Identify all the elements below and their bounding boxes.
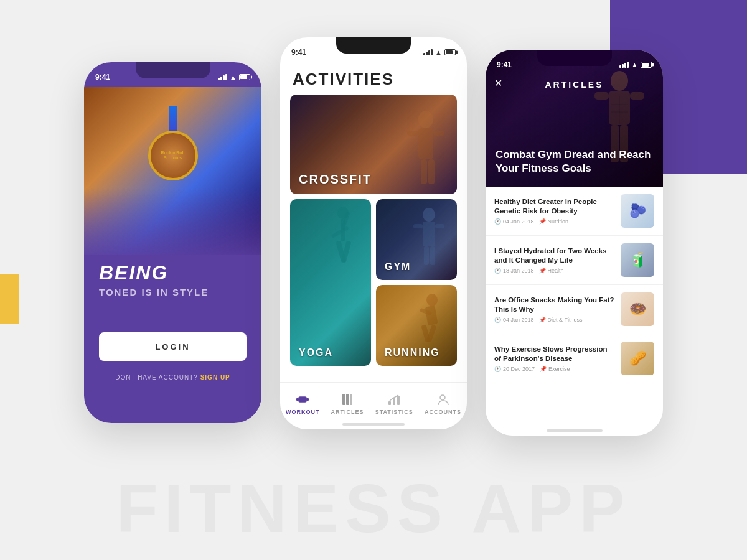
article-cat-1: 📌 Nutrition — [539, 218, 569, 225]
yoga-label: YOGA — [299, 347, 333, 358]
activity-gym[interactable]: GYM — [376, 199, 457, 280]
svg-rect-28 — [346, 394, 349, 405]
status-bar-3: 9:41 ▲ — [486, 50, 663, 75]
article-content-4: Why Exercise Slows Progression of Parkin… — [494, 345, 614, 373]
gym-label: GYM — [385, 261, 411, 273]
article-item-1[interactable]: Healthy Diet Greater in People Genetic R… — [486, 187, 663, 236]
article-thumb-4: 🥜 — [621, 342, 654, 375]
battery-icon-1 — [239, 74, 250, 80]
article-meta-2: 🕐 18 Jan 2018 📌 Health — [494, 268, 614, 274]
statistics-icon — [387, 392, 402, 407]
clock-icon-1: 🕐 — [494, 218, 501, 225]
signup-text: DONT HAVE ACCOUNT? SIGN UP — [84, 374, 261, 381]
notch-1 — [136, 62, 210, 78]
activity-crossfit[interactable]: CROSSFIT — [290, 95, 457, 194]
svg-rect-32 — [397, 396, 400, 405]
workout-label: WORKOUT — [286, 409, 320, 415]
medal-circle: Rock'n'RollSt. Louis — [148, 131, 198, 180]
home-indicator-2 — [342, 423, 405, 426]
status-icons-2: ▲ — [423, 49, 456, 56]
nav-articles[interactable]: ARTICLES — [331, 392, 364, 415]
article-date-2: 🕐 18 Jan 2018 — [494, 268, 534, 274]
battery-icon-3 — [641, 62, 652, 68]
article-cat-2: 📌 Health — [539, 268, 564, 274]
svg-rect-31 — [393, 398, 395, 405]
signal-icon-2 — [423, 49, 433, 55]
battery-icon-2 — [444, 49, 456, 55]
login-button[interactable]: LOGIN — [99, 332, 247, 361]
accounts-label: ACCOUNTS — [425, 409, 461, 415]
svg-rect-27 — [342, 394, 345, 405]
hero-article-title[interactable]: Combat Gym Dread and Reach Your Fitness … — [496, 148, 653, 175]
article-date-1: 🕐 04 Jan 2018 — [494, 218, 534, 225]
clock-icon-2: 🕐 — [494, 268, 501, 274]
article-meta-4: 🕐 20 Dec 2017 📌 Exercise — [494, 366, 614, 372]
article-item-2[interactable]: I Stayed Hydrated for Two Weeks and It C… — [486, 236, 663, 285]
clock-icon-3: 🕐 — [494, 317, 501, 323]
wifi-icon-2: ▲ — [435, 49, 442, 56]
accounts-icon — [435, 392, 450, 407]
phone-activities: 9:41 ▲ ACTIVITIES — [280, 37, 467, 429]
tag-icon-3: 📌 — [539, 317, 546, 323]
status-icons-3: ▲ — [619, 61, 652, 68]
article-item-3[interactable]: Are Office Snacks Making You Fat? This I… — [486, 285, 663, 334]
article-thumb-1: 🫐 — [621, 194, 654, 228]
tag-icon-4: 📌 — [540, 366, 547, 372]
tagline-line1: BEING — [99, 261, 247, 284]
signal-icon-3 — [619, 62, 629, 68]
time-1: 9:41 — [95, 73, 110, 82]
wifi-icon-1: ▲ — [230, 73, 237, 81]
tagline-line2: TONED IS IN STYLE — [99, 287, 247, 297]
articles-label: ARTICLES — [331, 409, 364, 415]
activities-title: ACTIVITIES — [293, 70, 394, 89]
tagline: BEING TONED IS IN STYLE — [84, 261, 261, 297]
article-cat-3: 📌 Diet & Fitness — [539, 317, 583, 323]
home-indicator-3 — [547, 429, 603, 432]
notch-2 — [336, 37, 411, 54]
clock-icon-4: 🕐 — [494, 366, 501, 372]
nav-accounts[interactable]: ACCOUNTS — [425, 392, 461, 415]
activities-grid: CROSSFIT GYM — [290, 95, 457, 380]
article-content-1: Healthy Diet Greater in People Genetic R… — [494, 197, 614, 225]
article-content-2: I Stayed Hydrated for Two Weeks and It C… — [494, 246, 614, 274]
articles-list: Healthy Diet Greater in People Genetic R… — [486, 187, 663, 436]
article-title-1: Healthy Diet Greater in People Genetic R… — [494, 197, 614, 216]
status-icons-1: ▲ — [218, 73, 250, 81]
back-button[interactable]: ✕ — [494, 77, 502, 89]
article-cat-4: 📌 Exercise — [540, 366, 570, 372]
article-thumb-2: 🧃 — [621, 243, 654, 277]
bottom-nav: WORKOUT ARTICLES — [280, 382, 467, 429]
svg-point-33 — [440, 395, 445, 400]
article-thumb-3: 🍩 — [621, 292, 654, 326]
article-meta-3: 🕐 04 Jan 2018 📌 Diet & Fitness — [494, 317, 614, 323]
yoga-overlay — [290, 199, 371, 366]
wifi-icon-3: ▲ — [631, 61, 638, 68]
svg-rect-26 — [298, 399, 308, 400]
articles-header-label: ARTICLES — [545, 80, 604, 90]
crossfit-label: CROSSFIT — [299, 172, 372, 187]
nav-workout[interactable]: WORKOUT — [286, 392, 320, 415]
tag-icon-2: 📌 — [539, 268, 546, 274]
tag-icon-1: 📌 — [539, 218, 546, 225]
article-title-2: I Stayed Hydrated for Two Weeks and It C… — [494, 246, 614, 265]
activity-running[interactable]: RUNNING — [376, 285, 457, 366]
svg-rect-30 — [388, 401, 391, 405]
svg-rect-29 — [350, 394, 352, 405]
article-date-3: 🕐 04 Jan 2018 — [494, 317, 534, 323]
signup-prompt: DONT HAVE ACCOUNT? — [115, 374, 198, 381]
article-meta-1: 🕐 04 Jan 2018 📌 Nutrition — [494, 218, 614, 225]
articles-icon — [340, 392, 355, 407]
signal-icon-1 — [218, 74, 227, 80]
article-title-4: Why Exercise Slows Progression of Parkin… — [494, 345, 614, 363]
hero-image-1: Rock'n'RollSt. Louis — [84, 87, 261, 255]
nav-statistics[interactable]: STATISTICS — [375, 392, 413, 415]
article-date-4: 🕐 20 Dec 2017 — [494, 366, 535, 372]
activity-yoga[interactable]: YOGA — [290, 199, 371, 366]
fitness-watermark: FITNESS APP — [0, 469, 747, 548]
signup-link[interactable]: SIGN UP — [200, 374, 230, 381]
phones-container: 9:41 ▲ Rock'n'RollSt. Louis — [0, 37, 747, 436]
time-2: 9:41 — [291, 48, 306, 57]
article-title-3: Are Office Snacks Making You Fat? This I… — [494, 296, 614, 314]
article-item-4[interactable]: Why Exercise Slows Progression of Parkin… — [486, 334, 663, 383]
article-content-3: Are Office Snacks Making You Fat? This I… — [494, 296, 614, 324]
